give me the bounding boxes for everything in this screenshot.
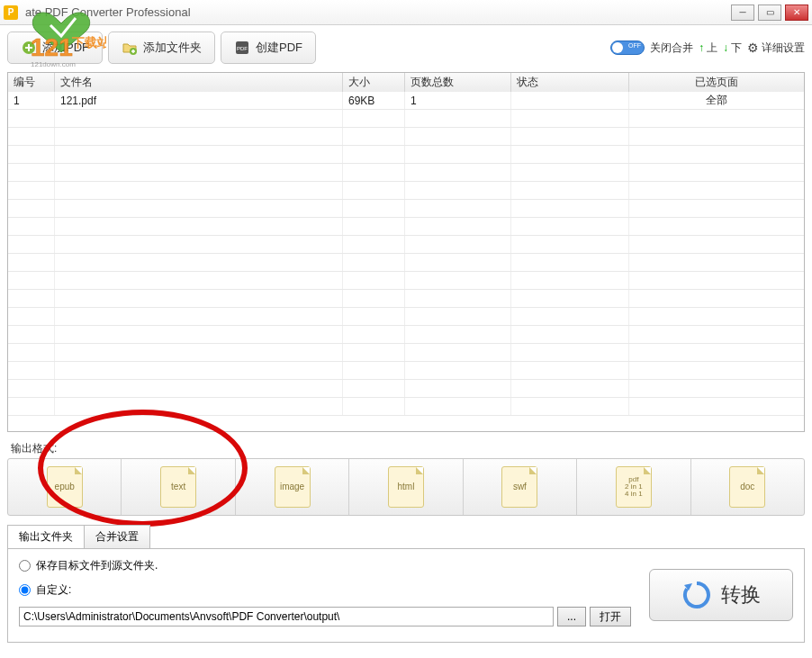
bottom-tabs: 输出文件夹 合并设置	[7, 525, 805, 548]
open-button[interactable]: 打开	[590, 607, 631, 626]
app-icon: P	[4, 5, 18, 20]
format-bar: epub text image html swf pdf 2 in 1 4 in…	[7, 458, 805, 516]
settings-button[interactable]: ⚙ 详细设置	[747, 41, 805, 56]
convert-label: 转换	[721, 581, 761, 608]
col-status[interactable]: 状态	[511, 73, 629, 92]
col-pages[interactable]: 页数总数	[405, 73, 511, 92]
create-pdf-button[interactable]: PDF 创建PDF	[221, 32, 316, 64]
pdf-icon: PDF	[234, 40, 250, 56]
radio-custom[interactable]	[19, 584, 31, 596]
opt-save-to-source[interactable]: 保存目标文件到源文件夹.	[19, 558, 631, 573]
move-up-button[interactable]: ↑ 上	[699, 41, 717, 56]
cell-pages: 1	[405, 92, 511, 109]
folder-plus-icon	[122, 40, 138, 56]
cell-status	[511, 92, 629, 109]
table-row[interactable]: 1 121.pdf 69KB 1 全部	[8, 92, 804, 110]
cell-size: 69KB	[343, 92, 405, 109]
format-swf[interactable]: swf	[464, 459, 577, 515]
close-button[interactable]: ✕	[785, 5, 808, 21]
format-doc[interactable]: doc	[691, 459, 804, 515]
arrow-down-icon: ↓	[723, 41, 728, 54]
merge-toggle-label: 关闭合并	[650, 41, 693, 56]
table-header: 编号 文件名 大小 页数总数 状态 已选页面	[8, 73, 804, 92]
cell-name: 121.pdf	[55, 92, 343, 109]
maximize-button[interactable]: ▭	[758, 5, 781, 21]
convert-icon	[681, 580, 712, 610]
arrow-up-icon: ↑	[699, 41, 704, 54]
format-epub[interactable]: epub	[8, 459, 122, 515]
gear-icon: ⚙	[747, 41, 759, 55]
col-size[interactable]: 大小	[343, 73, 405, 92]
tab-output-folder[interactable]: 输出文件夹	[7, 525, 85, 548]
opt-custom[interactable]: 自定义:	[19, 582, 631, 598]
merge-toggle[interactable]	[610, 41, 645, 55]
cell-selected: 全部	[629, 92, 804, 109]
tab-merge-settings[interactable]: 合并设置	[84, 525, 150, 548]
browse-button[interactable]: ...	[557, 607, 586, 626]
col-name[interactable]: 文件名	[55, 73, 343, 92]
create-pdf-label: 创建PDF	[256, 40, 302, 56]
radio-source[interactable]	[19, 560, 31, 572]
add-folder-label: 添加文件夹	[143, 40, 202, 56]
svg-text:PDF: PDF	[237, 46, 248, 51]
window-controls: ─ ▭ ✕	[731, 5, 808, 21]
plus-icon	[21, 40, 37, 56]
convert-button[interactable]: 转换	[649, 569, 793, 621]
table-body: 1 121.pdf 69KB 1 全部	[8, 92, 804, 431]
cell-num: 1	[8, 92, 55, 109]
add-folder-button[interactable]: 添加文件夹	[108, 32, 215, 64]
output-path-input[interactable]	[19, 607, 554, 626]
toolbar: 添加PDF 添加文件夹 PDF 创建PDF 关闭合并 ↑ 上 ↓ 下 ⚙ 详细设…	[0, 25, 812, 70]
bottom-panel: 保存目标文件到源文件夹. 自定义: ... 打开 转换	[7, 548, 805, 643]
format-pdf-nup[interactable]: pdf 2 in 1 4 in 1	[577, 459, 690, 515]
output-format-label: 输出格式:	[11, 441, 805, 456]
add-pdf-button[interactable]: 添加PDF	[7, 32, 103, 64]
col-selected[interactable]: 已选页面	[629, 73, 804, 92]
path-row: ... 打开	[19, 607, 631, 626]
format-image[interactable]: image	[236, 459, 349, 515]
format-text[interactable]: text	[122, 459, 235, 515]
add-pdf-label: 添加PDF	[42, 40, 89, 56]
file-table: 编号 文件名 大小 页数总数 状态 已选页面 1 121.pdf 69KB 1 …	[7, 72, 805, 432]
move-down-button[interactable]: ↓ 下	[723, 41, 742, 56]
col-num[interactable]: 编号	[8, 73, 55, 92]
window-title: ate PDF Converter Professional	[25, 5, 731, 19]
titlebar: P ate PDF Converter Professional ─ ▭ ✕	[0, 0, 812, 25]
format-html[interactable]: html	[349, 459, 463, 515]
output-options: 保存目标文件到源文件夹. 自定义: ... 打开	[19, 558, 631, 631]
minimize-button[interactable]: ─	[731, 5, 754, 21]
